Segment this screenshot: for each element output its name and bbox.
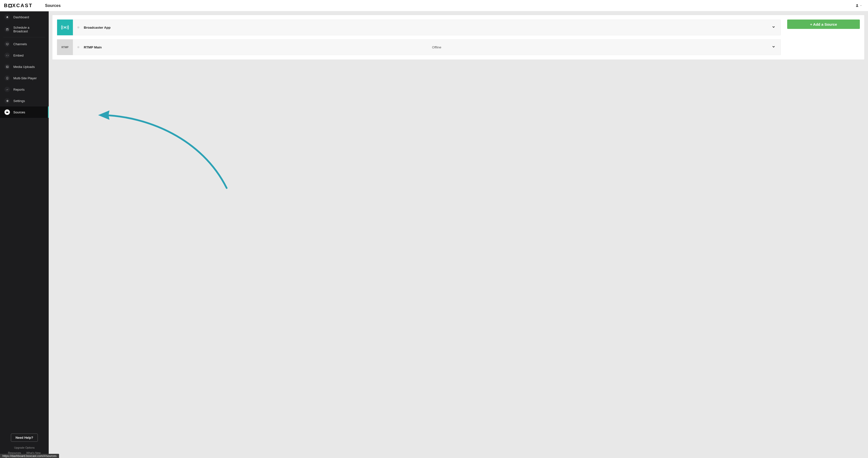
sidebar-item-label: Multi-Site Player	[13, 76, 37, 80]
add-source-button[interactable]: + Add a Source	[787, 20, 860, 29]
source-status: Offline	[432, 45, 441, 49]
chart-icon	[4, 87, 10, 92]
calendar-icon	[4, 27, 10, 32]
brand-suffix: XCAST	[12, 3, 33, 8]
status-dot-icon	[78, 46, 79, 48]
svg-rect-6	[64, 27, 65, 28]
sidebar-item-label: Schedule a Broadcast	[13, 26, 44, 33]
caret-down-icon	[860, 4, 862, 7]
need-help-button[interactable]: Need Help?	[11, 433, 38, 442]
sidebar-item-reports[interactable]: Reports	[0, 84, 49, 95]
sidebar-divider	[3, 37, 45, 37]
home-icon	[4, 14, 10, 20]
sources-panel: Broadcaster App RTMP RTMP Main Offline	[52, 15, 865, 60]
annotation-arrow-icon	[98, 109, 231, 191]
sidebar-item-media-uploads[interactable]: Media Uploads	[0, 61, 49, 72]
sidebar-item-label: Sources	[13, 110, 25, 114]
gear-icon	[4, 98, 10, 103]
status-dot-icon	[78, 26, 79, 28]
svg-rect-0	[6, 43, 8, 45]
svg-point-2	[7, 66, 7, 67]
sidebar-item-settings[interactable]: Settings	[0, 95, 49, 106]
source-name: RTMP Main	[84, 45, 102, 49]
source-name: Broadcaster App	[84, 26, 111, 29]
brand-prefix: B	[4, 3, 8, 8]
tablet-icon	[4, 75, 10, 81]
sidebar-item-label: Reports	[13, 88, 25, 91]
broadcaster-thumb-icon	[57, 20, 73, 35]
main-content: Broadcaster App RTMP RTMP Main Offline	[49, 11, 868, 458]
upgrade-options-link[interactable]: Upgrade Options	[14, 446, 35, 449]
image-icon	[4, 64, 10, 69]
user-icon	[856, 4, 859, 7]
page-title: Sources	[45, 3, 61, 8]
brand-box-icon	[8, 4, 12, 7]
sidebar-item-multisite[interactable]: Multi-Site Player	[0, 72, 49, 84]
monitor-icon	[4, 41, 10, 47]
sidebar-item-embed[interactable]: Embed	[0, 50, 49, 61]
topbar: BXCAST Sources	[0, 0, 868, 11]
code-icon	[4, 53, 10, 58]
sidebar-item-label: Settings	[13, 99, 25, 103]
source-row-rtmp[interactable]: RTMP RTMP Main Offline	[57, 39, 781, 55]
sidebar-item-channels[interactable]: Channels	[0, 38, 49, 50]
chevron-down-icon	[772, 45, 776, 50]
sidebar-item-schedule[interactable]: Schedule a Broadcast	[0, 23, 49, 36]
browser-status-url: https://dashboard.boxcast.com/#/sources	[0, 454, 59, 458]
sidebar-item-label: Channels	[13, 42, 27, 46]
svg-rect-1	[6, 66, 8, 67]
rtmp-thumb-badge: RTMP	[57, 39, 73, 55]
camera-icon	[4, 109, 10, 115]
source-row-broadcaster[interactable]: Broadcaster App	[57, 20, 781, 35]
user-menu[interactable]	[854, 3, 864, 8]
sidebar-item-sources[interactable]: Sources	[0, 106, 49, 118]
sidebar: Dashboard Schedule a Broadcast Channels …	[0, 11, 49, 458]
sidebar-item-label: Media Uploads	[13, 65, 35, 69]
sidebar-item-label: Dashboard	[13, 15, 29, 19]
brand-logo: BXCAST	[4, 3, 33, 8]
sidebar-item-dashboard[interactable]: Dashboard	[0, 11, 49, 23]
svg-point-4	[7, 78, 7, 79]
chevron-down-icon	[772, 25, 776, 30]
rtmp-badge-text: RTMP	[62, 46, 68, 49]
sidebar-item-label: Embed	[13, 54, 24, 57]
